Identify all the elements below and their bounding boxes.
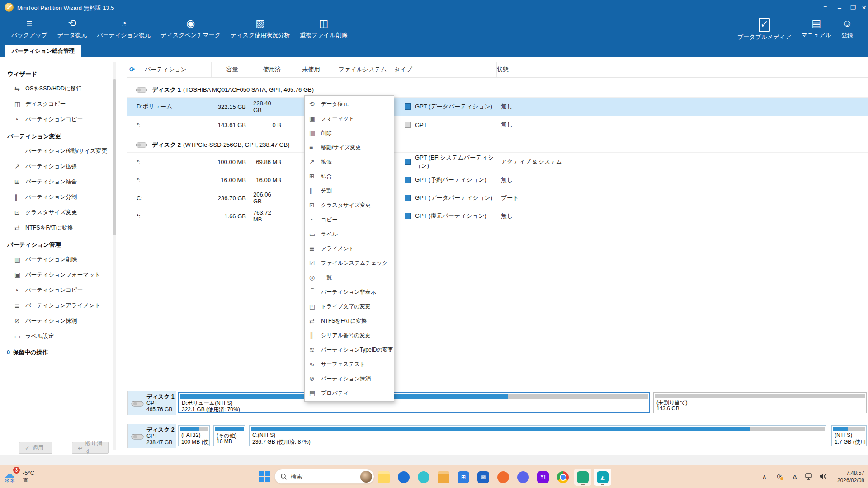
taskbar-app-chrome[interactable] (554, 469, 571, 486)
tab-partition-management[interactable]: パーティション総合管理 (5, 45, 81, 57)
column-header-5[interactable]: ファイルシステム (331, 62, 394, 77)
sidebar-item-wipe-partition[interactable]: ⊘パーティション抹消 (0, 313, 127, 328)
menu-item-copy[interactable]: ◔コピー (305, 212, 394, 227)
menu-item-alignment[interactable]: ≣アライメント (305, 241, 394, 256)
toolbar-button-data-recovery[interactable]: ⟲データ復元 (52, 15, 92, 45)
table-row[interactable]: *:1.66 GB763.72 MBGPT (復元パーティション)無し (127, 207, 868, 225)
disk-map-info-cell[interactable]: ディスク 2GPT238.47 GB (128, 424, 176, 448)
menu-item-convert-ntfs-fat[interactable]: ⇄NTFSをFATに変換 (305, 314, 394, 328)
column-header-6[interactable]: タイプ (394, 62, 497, 77)
taskbar-app-minitool-partition-wizard[interactable]: ◭ (594, 469, 611, 486)
menu-item-explore[interactable]: ◎一覧 (305, 270, 394, 285)
menu-item-extend[interactable]: ↗拡張 (305, 155, 394, 169)
taskbar-app-microsoft-store[interactable]: ⊞ (455, 469, 472, 486)
sidebar-item-split[interactable]: ∥パーティション分割 (0, 189, 127, 205)
table-row[interactable]: *:143.61 GB0 BGPT無し (127, 116, 868, 134)
toolbar-button-disk-space-analyzer[interactable]: ▨ディスク使用状況分析 (226, 15, 295, 45)
sidebar-item-delete-partition[interactable]: ▥パーティション削除 (0, 252, 127, 267)
network-icon[interactable] (805, 473, 813, 482)
restore-button[interactable]: ❐ (848, 4, 859, 12)
sidebar-item-convert-ntfs-fat[interactable]: ⇄NTFSをFATに変換 (0, 220, 127, 235)
scrollbar-thumb[interactable] (113, 79, 116, 235)
toolbar-button-duplicate-file-finder[interactable]: ◫重複ファイル削除 (295, 15, 352, 45)
sidebar-item-copy-partition[interactable]: ◔パーティションコピー (0, 282, 127, 298)
speaker-icon[interactable] (819, 473, 827, 481)
taskbar-app-yahoo-japan[interactable]: Y! (534, 469, 552, 486)
taskbar-app-file-explorer[interactable] (375, 469, 392, 486)
column-header-4[interactable]: 未使用 (291, 62, 331, 77)
taskbar-app-app-green[interactable] (574, 469, 591, 486)
table-row[interactable]: *:16.00 MB16.00 MBGPT (予約パーティション)無し (127, 171, 868, 189)
column-header-1[interactable]: ⟳パーティション (127, 62, 212, 77)
menu-item-delete[interactable]: ▥削除 (305, 126, 394, 140)
sidebar-item-disk-copy[interactable]: ◫ディスクコピー (0, 96, 127, 112)
menu-item-merge[interactable]: ⊞結合 (305, 169, 394, 183)
table-row[interactable]: *:100.00 MB69.86 MBGPT (EFIシステムパーティション)ア… (127, 153, 868, 171)
toolbar-button-disk-benchmark[interactable]: ◉ディスクベンチマーク (156, 15, 226, 45)
menu-item-change-cluster-size[interactable]: ⊡クラスタサイズ変更 (305, 198, 394, 212)
menu-item-wipe-partition[interactable]: ⊘パーティション抹消 (305, 371, 394, 386)
table-row-selected[interactable]: D:ボリューム322.15 GB228.40 GBGPT (データパーティション… (127, 98, 868, 116)
menu-item-split[interactable]: ∥分割 (305, 183, 394, 198)
menu-item-data-recovery[interactable]: ⟲データ復元 (305, 97, 394, 111)
disk-group-header[interactable]: ディスク 2(WTPCIe-SSD-256GB, GPT, 238.47 GB) (127, 137, 868, 153)
toolbar-button-register[interactable]: ☺登録 (836, 15, 858, 45)
taskbar-app-edge[interactable] (415, 469, 432, 486)
menu-item-change-drive-letter[interactable]: ◳ドライブ文字の変更 (305, 299, 394, 314)
toolbar-button-manual[interactable]: ▤マニュアル (796, 15, 836, 45)
taskbar-app-folder-orange[interactable] (435, 469, 452, 486)
menu-item-hide-partition[interactable]: ⌒パーティション非表示 (305, 285, 394, 299)
tray-chevron-icon[interactable]: ∧ (762, 473, 767, 480)
column-header-3[interactable]: 使用済 (253, 62, 291, 77)
disk-map-block-fat32[interactable]: (FAT32)100 MB (使用 (178, 425, 210, 446)
menu-icon[interactable]: ≡ (820, 4, 830, 12)
menu-item-format[interactable]: ▣フォーマット (305, 111, 394, 126)
sidebar-item-change-cluster-size[interactable]: ⊡クラスタサイズ変更 (0, 205, 127, 220)
disk-map-block-[interactable]: (未割り当て)143.6 GB (653, 392, 867, 413)
column-header-7[interactable]: 状態 (497, 62, 868, 77)
toolbar-button-bootable-media[interactable]: ✓ブータブルメディア (732, 15, 796, 45)
menu-item-change-type-id[interactable]: ≋パーティションTypeIDの変更 (305, 343, 394, 357)
undo-button[interactable]: ↩ 取り消す (72, 442, 109, 454)
sidebar-item-partition-copy[interactable]: ◔パーティションコピー (0, 112, 127, 127)
minimize-button[interactable]: – (834, 4, 845, 12)
sidebar-scrollbar[interactable] (113, 62, 116, 450)
sidebar-item-extend[interactable]: ↗パーティション拡張 (0, 159, 127, 174)
menu-item-label[interactable]: ▭ラベル (305, 227, 394, 241)
sidebar-item-migrate-os[interactable]: ⇆OSをSSD/HDDに移行 (0, 81, 127, 96)
sidebar-item-merge[interactable]: ⊞パーティション結合 (0, 174, 127, 189)
disk-map-block-ntfs[interactable]: (NTFS)1.7 GB (使用 (831, 425, 867, 446)
menu-item-move-resize[interactable]: ≡移動/サイズ変更 (305, 140, 394, 155)
search-input[interactable]: 検索 (274, 469, 374, 484)
sidebar-item-set-label[interactable]: ▭ラベル設定 (0, 328, 127, 344)
sidebar-item-move-resize[interactable]: ≡パーティション移動/サイズ変更 (0, 143, 127, 159)
disk-map-info-cell[interactable]: ディスク 1GPT465.76 GB (128, 391, 176, 415)
refresh-icon[interactable]: ⟳ (129, 66, 135, 74)
weather-widget[interactable]: ☁❄❄ 3 -5°C 雪 (4, 467, 34, 486)
taskbar-app-app-blue-sphere[interactable] (395, 469, 412, 486)
menu-item-change-serial-number[interactable]: ║シリアル番号の変更 (305, 328, 394, 343)
search-avatar[interactable] (360, 471, 372, 483)
disk-map-block-dntfs[interactable]: D:ボリューム(NTFS)322.1 GB (使用済: 70%) (178, 392, 650, 413)
taskbar-app-firefox[interactable] (495, 469, 512, 486)
disk-group-header[interactable]: ディスク 1(TOSHIBA MQ01ACF050 SATA, GPT, 465… (127, 82, 868, 98)
start-button[interactable] (259, 471, 271, 483)
sidebar-item-align-partition[interactable]: ≣パーティションアライメント (0, 298, 127, 313)
disk-map-block-cntfs[interactable]: C:(NTFS)236.7 GB (使用済: 87%) (249, 425, 826, 446)
apply-button[interactable]: ✓ 適用 (19, 442, 52, 454)
menu-item-surface-test[interactable]: ∿サーフェステスト (305, 357, 394, 371)
toolbar-button-partition-recovery[interactable]: ◔パーティション復元 (92, 15, 156, 45)
ime-indicator[interactable]: A (793, 473, 797, 481)
column-header-2[interactable]: 容量 (212, 62, 253, 77)
clock[interactable]: 7:48:57 2026/02/08 (837, 469, 864, 484)
sync-icon[interactable]: ⟳ (777, 473, 782, 480)
menu-item-properties[interactable]: ▤プロパティ (305, 386, 394, 400)
taskbar-app-mail[interactable]: ✉ (475, 469, 492, 486)
disk-map-block-[interactable]: (その他)16 MB (213, 425, 245, 446)
taskbar-app-discord[interactable] (514, 469, 532, 486)
sidebar-item-format-partition[interactable]: ▣パーティションフォーマット (0, 267, 127, 282)
close-button[interactable]: ✕ (859, 4, 868, 12)
menu-item-check-file-system[interactable]: ☑ファイルシステムチェック (305, 256, 394, 270)
table-row[interactable]: C:236.70 GB206.06 GBGPT (データパーティション)ブート (127, 189, 868, 207)
toolbar-button-backup[interactable]: ≡バックアップ (6, 15, 52, 45)
